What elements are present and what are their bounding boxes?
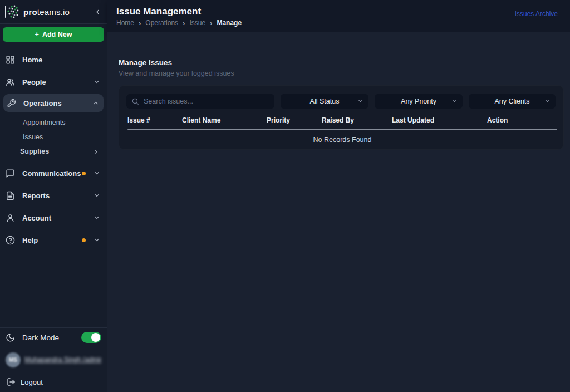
dark-mode-row: Dark Mode: [0, 328, 107, 347]
logo-row: proteams.io: [0, 0, 107, 24]
sidebar-collapse-icon[interactable]: [94, 8, 101, 16]
brand-name-bold: pro: [23, 7, 37, 17]
chevron-right-icon: [93, 149, 99, 155]
chevron-down-icon: [94, 237, 100, 243]
sidebar-item-home[interactable]: Home: [0, 48, 107, 71]
document-icon: [6, 191, 15, 200]
notification-dot: [82, 238, 86, 242]
operations-submenu: Appointments Issues Supplies: [0, 113, 107, 162]
sidebar-item-label: Reports: [22, 192, 50, 200]
user-name: Muhapandra Singh (admin): [24, 356, 101, 364]
page-title: Issue Management: [116, 6, 242, 17]
sidebar-item-label: People: [22, 78, 46, 86]
submenu-item-issues[interactable]: Issues: [0, 130, 107, 144]
sidebar-item-label: Communications: [22, 169, 81, 178]
sidebar-item-label: Operations: [23, 99, 62, 107]
topbar: Issue Management Home › Operations › Iss…: [107, 0, 570, 32]
submenu-item-label: Issues: [23, 133, 43, 141]
logout-label: Logout: [21, 378, 43, 386]
breadcrumb-separator-icon: ›: [183, 19, 185, 27]
column-header-issue-number: Issue #: [127, 116, 182, 124]
issues-table: Issue # Client Name Priority Raised By L…: [127, 116, 555, 144]
empty-state-message: No Records Found: [127, 130, 557, 144]
add-new-label: Add New: [42, 31, 72, 38]
clients-filter-value: Any Clients: [494, 97, 529, 105]
chevron-up-icon: [92, 100, 99, 106]
user-row[interactable]: MS Muhapandra Singh (admin): [0, 347, 107, 372]
search-icon: [131, 97, 139, 105]
sidebar-item-reports[interactable]: Reports: [0, 184, 107, 207]
breadcrumb-separator-icon: ›: [139, 19, 141, 27]
toggle-knob: [91, 333, 100, 342]
topbar-left: Issue Management Home › Operations › Iss…: [116, 6, 242, 27]
breadcrumb-manage: Manage: [217, 19, 242, 27]
sidebar-item-help[interactable]: Help: [0, 229, 107, 251]
brand-logo-icon: [4, 3, 21, 20]
filter-row: All Status Any Priority Any Clients: [126, 94, 556, 109]
column-header-client-name: Client Name: [182, 116, 267, 124]
grid-icon: [6, 55, 15, 65]
breadcrumb-issue[interactable]: Issue: [189, 19, 205, 27]
avatar: MS: [6, 352, 21, 367]
moon-icon: [6, 333, 15, 342]
app-window: proteams.io + Add New Home People Operat…: [0, 0, 570, 392]
sidebar: proteams.io + Add New Home People Operat…: [0, 0, 107, 392]
priority-filter-value: Any Priority: [401, 97, 436, 105]
breadcrumb-separator-icon: ›: [210, 19, 212, 27]
submenu-item-label: Supplies: [20, 148, 49, 155]
main-content: Manage Issues View and manage your logge…: [107, 32, 570, 392]
person-icon: [6, 213, 15, 223]
breadcrumb-operations[interactable]: Operations: [145, 19, 178, 27]
chevron-down-icon: [451, 98, 458, 104]
dark-mode-label: Dark Mode: [22, 334, 59, 342]
wrench-icon: [7, 99, 16, 108]
submenu-item-label: Appointments: [23, 119, 65, 126]
brand-name-rest: teams.io: [37, 7, 70, 17]
chevron-down-icon: [94, 170, 100, 177]
status-filter-value: All Status: [310, 97, 340, 105]
table-header-row: Issue # Client Name Priority Raised By L…: [127, 116, 555, 124]
column-header-action: Action: [487, 116, 548, 124]
sidebar-item-label: Account: [22, 214, 51, 222]
breadcrumb: Home › Operations › Issue › Manage: [116, 19, 242, 27]
avatar-initials: MS: [9, 357, 17, 363]
chevron-down-icon: [357, 98, 363, 104]
dark-mode-toggle[interactable]: [81, 332, 101, 343]
chevron-down-icon: [94, 79, 100, 85]
chevron-down-icon: [544, 98, 551, 104]
sidebar-item-label: Help: [22, 236, 38, 244]
sidebar-item-communications[interactable]: Communications: [0, 162, 107, 184]
submenu-item-supplies[interactable]: Supplies: [0, 144, 107, 159]
section-subtitle: View and manage your logged issues: [119, 70, 570, 77]
search-box: [126, 94, 274, 109]
notification-dot: [82, 171, 86, 175]
column-header-last-updated: Last Updated: [392, 116, 487, 124]
chevron-down-icon: [94, 192, 100, 199]
chat-bubble-icon: [6, 169, 15, 178]
submenu-item-appointments[interactable]: Appointments: [0, 115, 107, 130]
logout-button[interactable]: Logout: [0, 372, 107, 392]
clients-filter-select[interactable]: Any Clients: [469, 94, 556, 109]
issues-archive-link[interactable]: Issues Archive: [515, 10, 558, 18]
add-new-button[interactable]: + Add New: [3, 27, 104, 42]
search-input[interactable]: [144, 97, 269, 105]
priority-filter-select[interactable]: Any Priority: [375, 94, 463, 109]
status-filter-select[interactable]: All Status: [281, 94, 368, 109]
brand-name: proteams.io: [23, 7, 70, 17]
issues-card: All Status Any Priority Any Clients Issu…: [119, 85, 564, 150]
sidebar-item-operations[interactable]: Operations: [3, 94, 104, 112]
sidebar-item-label: Home: [22, 56, 42, 64]
sidebar-item-account[interactable]: Account: [0, 207, 107, 229]
section-title: Manage Issues: [119, 58, 570, 67]
plus-icon: +: [35, 31, 39, 38]
help-circle-icon: [6, 236, 15, 245]
sidebar-item-people[interactable]: People: [0, 71, 107, 93]
people-icon: [6, 77, 15, 87]
sidebar-nav: Home People Operations Appointments Issu…: [0, 46, 107, 327]
column-header-priority: Priority: [267, 116, 322, 124]
breadcrumb-home[interactable]: Home: [116, 19, 134, 27]
section-head: Manage Issues View and manage your logge…: [119, 58, 570, 77]
logout-icon: [7, 378, 16, 386]
chevron-down-icon: [94, 214, 100, 221]
column-header-raised-by: Raised By: [322, 116, 392, 124]
